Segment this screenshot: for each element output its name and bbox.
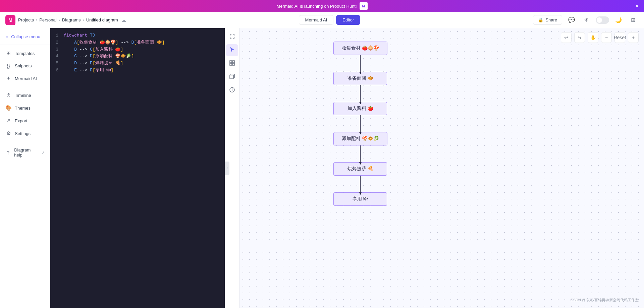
- sidebar-item-settings[interactable]: ⚙ Settings: [0, 127, 50, 140]
- svg-rect-4: [230, 75, 233, 79]
- breadcrumb-projects[interactable]: Projects: [18, 17, 34, 22]
- zoom-in-button[interactable]: +: [628, 32, 639, 43]
- multiselect-icon: [229, 60, 235, 67]
- breadcrumb-sep-2: ›: [59, 17, 60, 22]
- sidebar-label-templates: Templates: [15, 51, 35, 56]
- line-content-1: flowchart TD: [64, 32, 95, 39]
- undo-icon: ↩: [564, 35, 568, 40]
- line-content-6: E --> F[享用 🍽]: [64, 67, 113, 74]
- fit-view-button[interactable]: [226, 31, 238, 43]
- line-number-6: 6: [50, 67, 64, 74]
- reset-button[interactable]: Reset: [614, 32, 625, 43]
- line-content-5: D --> E[烘烤披萨 🍕]: [64, 60, 123, 67]
- info-icon: [229, 87, 235, 94]
- undo-button[interactable]: ↩: [561, 32, 572, 43]
- code-line-3: 3 B --> C[加入酱料 🍅]: [50, 46, 225, 53]
- grid-icon: ⊞: [631, 17, 635, 23]
- collapse-label: Collapse menu: [11, 34, 40, 39]
- arrow-D-E: [360, 145, 361, 162]
- sun-icon: ☀: [584, 17, 589, 23]
- share-button[interactable]: 🔒 Share: [533, 15, 562, 25]
- code-line-2: 2 A[收集食材 🍅🧅🍄] --> B[准备面团 🧇]: [50, 39, 225, 46]
- node-C-label: 加入酱料 🍅: [347, 106, 373, 111]
- arrow-B-C: [360, 85, 361, 102]
- sidebar-label-snippets: Snippets: [15, 63, 32, 68]
- line-number-2: 2: [50, 39, 64, 46]
- sidebar: « Collapse menu ⊞ Templates {} Snippets …: [0, 28, 50, 308]
- redo-button[interactable]: ↪: [574, 32, 585, 43]
- zoom-in-icon: +: [632, 35, 635, 40]
- arrow-A-B: [360, 55, 361, 72]
- comment-button[interactable]: 💬: [566, 15, 577, 25]
- export-icon: ↗: [5, 118, 11, 124]
- code-line-1: 1 flowchart TD: [50, 32, 225, 39]
- breadcrumb-sep-1: ›: [36, 17, 37, 22]
- panel-collapse-handle[interactable]: ‹: [225, 162, 229, 175]
- copy-button[interactable]: [226, 71, 238, 83]
- banner-close-button[interactable]: ×: [635, 3, 639, 9]
- multiselect-button[interactable]: [226, 58, 238, 70]
- sidebar-item-mermaid-ai[interactable]: ✦ Mermaid AI: [0, 72, 50, 85]
- external-link-icon: ↗: [42, 150, 45, 155]
- tab-editor[interactable]: Editor: [336, 15, 360, 25]
- pan-button[interactable]: ✋: [588, 32, 598, 43]
- diagram-canvas[interactable]: ↩ ↪ ✋ − Reset + 收集食材 🍅🧅🍄: [239, 28, 644, 308]
- sidebar-item-templates[interactable]: ⊞ Templates: [0, 47, 50, 60]
- arrow-C-D: [360, 115, 361, 132]
- info-button[interactable]: [226, 84, 238, 97]
- breadcrumb-diagrams[interactable]: Diagrams: [62, 17, 81, 22]
- sun-icon-button[interactable]: ☀: [581, 15, 592, 25]
- node-E-label: 烘烤披萨 🍕: [347, 166, 373, 171]
- code-editor[interactable]: 1 flowchart TD 2 A[收集食材 🍅🧅🍄] --> B[准备面团 …: [50, 28, 225, 308]
- main-layout: « Collapse menu ⊞ Templates {} Snippets …: [0, 28, 644, 308]
- tab-mermaid-ai[interactable]: Mermaid AI: [299, 15, 334, 25]
- line-content-2: A[收集食材 🍅🧅🍄] --> B[准备面团 🧇]: [64, 39, 165, 46]
- logo-text: M: [8, 17, 12, 23]
- watermark-text: CSDN @专家-百锦再@新空间代码工作室: [571, 298, 639, 302]
- cursor-button[interactable]: [226, 44, 238, 56]
- node-D-label: 添加配料 🍄🧇🥬: [342, 136, 379, 141]
- comment-icon: 💬: [568, 17, 575, 23]
- sidebar-item-diagram-help[interactable]: ? Diagram help ↗: [0, 144, 50, 161]
- mermaid-logo-icon: M: [360, 2, 368, 10]
- svg-rect-3: [232, 63, 234, 65]
- zoom-out-button[interactable]: −: [601, 32, 612, 43]
- header-center: Mermaid AI Editor: [299, 15, 361, 25]
- moon-icon: 🌙: [615, 17, 622, 23]
- banner-text: Mermaid AI is launching on Product Hunt!…: [276, 2, 367, 10]
- sidebar-item-themes[interactable]: 🎨 Themes: [0, 102, 50, 114]
- diagram-content: 收集食材 🍅🧅🍄 准备面团 🧇 加入酱料 🍅 添加配料 🍄🧇🥬 烘烤披萨 🍕 享…: [333, 42, 387, 206]
- zoom-out-icon: −: [605, 35, 608, 40]
- sidebar-item-timeline[interactable]: ⏱ Timeline: [0, 89, 50, 102]
- line-content-3: B --> C[加入酱料 🍅]: [64, 46, 123, 53]
- line-number-5: 5: [50, 60, 64, 67]
- sidebar-divider-2: [0, 87, 50, 87]
- breadcrumb: Projects › Personal › Diagrams › Untitle…: [18, 17, 126, 23]
- toggle-switch[interactable]: [596, 16, 609, 24]
- code-line-5: 5 D --> E[烘烤披萨 🍕]: [50, 60, 225, 67]
- snippets-icon: {}: [5, 63, 11, 69]
- moon-icon-button[interactable]: 🌙: [613, 15, 624, 25]
- sidebar-label-themes: Themes: [15, 106, 31, 111]
- sidebar-item-snippets[interactable]: {} Snippets: [0, 60, 50, 72]
- node-B-label: 准备面团 🧇: [347, 75, 373, 81]
- grid-icon-button[interactable]: ⊞: [628, 15, 639, 25]
- sidebar-collapse-button[interactable]: « Collapse menu: [0, 31, 50, 43]
- node-F-label: 享用 🍽: [353, 196, 368, 201]
- sidebar-label-timeline: Timeline: [15, 93, 31, 98]
- header-left: M Projects › Personal › Diagrams › Untit…: [5, 15, 126, 25]
- breadcrumb-sep-3: ›: [83, 17, 84, 22]
- svg-rect-1: [232, 61, 234, 63]
- svg-rect-2: [230, 63, 232, 65]
- cloud-icon: ☁: [121, 17, 126, 23]
- node-A-label: 收集食材 🍅🧅🍄: [342, 45, 379, 51]
- header: M Projects › Personal › Diagrams › Untit…: [0, 12, 644, 28]
- svg-point-6: [232, 88, 232, 89]
- watermark: CSDN @专家-百锦再@新空间代码工作室: [571, 298, 639, 303]
- sidebar-label-diagram-help: Diagram help: [14, 147, 38, 158]
- node-A[interactable]: 收集食材 🍅🧅🍄: [333, 42, 387, 55]
- sidebar-item-export[interactable]: ↗ Export: [0, 114, 50, 127]
- arrow-E-F: [360, 176, 361, 192]
- theme-toggle[interactable]: [596, 16, 609, 24]
- breadcrumb-personal[interactable]: Personal: [39, 17, 56, 22]
